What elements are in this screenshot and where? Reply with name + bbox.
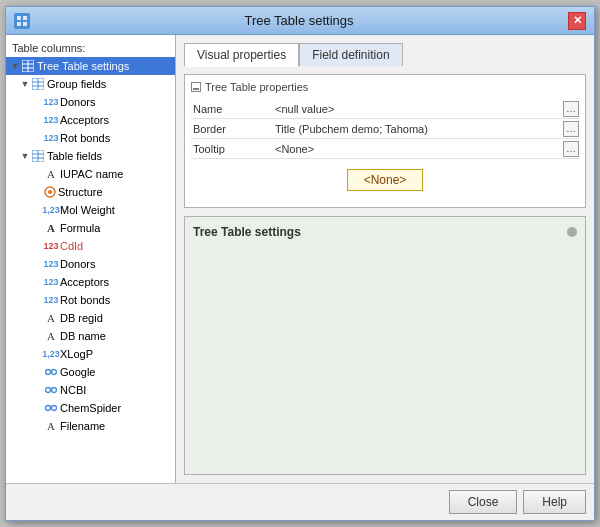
numred-icon: 123 — [44, 239, 58, 253]
structure-icon — [44, 186, 56, 198]
sidebar-item-filename[interactable]: A Filename — [6, 417, 175, 435]
prop-label-tooltip: Tooltip — [191, 143, 271, 155]
grid-icon — [31, 149, 45, 163]
sidebar-item-label: Donors — [60, 258, 95, 270]
sidebar-item-db-name[interactable]: A DB name — [6, 327, 175, 345]
prop-browse-button[interactable]: … — [563, 121, 579, 137]
app-icon — [14, 13, 30, 29]
sidebar-item-tree-table-settings[interactable]: ▼ Tree Table settings — [6, 57, 175, 75]
sidebar-item-mol-weight[interactable]: 1,23 Mol Weight — [6, 201, 175, 219]
text-icon: A — [44, 419, 58, 433]
window-title: Tree Table settings — [30, 13, 568, 28]
none-button[interactable]: <None> — [347, 169, 424, 191]
sidebar-item-structure[interactable]: Structure — [6, 183, 175, 201]
svg-point-18 — [46, 370, 51, 375]
properties-table: Name <null value> … Border Title (Pubche… — [191, 99, 579, 159]
main-window: Tree Table settings ✕ Table columns: ▼ T… — [5, 6, 595, 521]
close-button[interactable]: Close — [449, 490, 518, 514]
right-panel: Visual properties Field definition Tree … — [176, 35, 594, 483]
sidebar-item-label: DB name — [60, 330, 106, 342]
sidebar-item-label: XLogP — [60, 348, 93, 360]
svg-point-17 — [48, 190, 52, 194]
sidebar-item-formula[interactable]: A Formula — [6, 219, 175, 237]
prop-row-name: Name <null value> … — [191, 99, 579, 119]
sidebar-item-iupac-name[interactable]: A IUPAC name — [6, 165, 175, 183]
sidebar-item-label: ChemSpider — [60, 402, 121, 414]
bottom-section: Tree Table settings — [184, 216, 586, 475]
prop-label-border: Border — [191, 123, 271, 135]
sidebar-item-google[interactable]: Google — [6, 363, 175, 381]
prop-value-name: <null value> — [271, 99, 563, 118]
status-dot — [567, 227, 577, 237]
prop-value-text: Title (Pubchem demo; Tahoma) — [275, 123, 428, 135]
number-icon: 123 — [44, 257, 58, 271]
sidebar-item-label: Acceptors — [60, 114, 109, 126]
expand-icon: ▼ — [20, 79, 30, 89]
tab-visual-properties[interactable]: Visual properties — [184, 43, 299, 67]
sidebar-item-label: Rot bonds — [60, 132, 110, 144]
left-panel: Table columns: ▼ Tree Table settings ▼ — [6, 35, 176, 483]
sidebar-item-label: DB regid — [60, 312, 103, 324]
sidebar-item-label: Acceptors — [60, 276, 109, 288]
sidebar-item-acceptors2[interactable]: 123 Acceptors — [6, 273, 175, 291]
props-section-title: Tree Table properties — [205, 81, 308, 93]
sidebar-item-db-regid[interactable]: A DB regid — [6, 309, 175, 327]
sidebar-item-donors2[interactable]: 123 Donors — [6, 255, 175, 273]
text-icon: A — [44, 329, 58, 343]
sidebar-item-group-fields[interactable]: ▼ Group fields — [6, 75, 175, 93]
prop-value-border: Title (Pubchem demo; Tahoma) — [271, 119, 563, 138]
prop-browse-button[interactable]: … — [563, 141, 579, 157]
sidebar-item-ncbi[interactable]: NCBI — [6, 381, 175, 399]
sidebar-item-label: Structure — [58, 186, 103, 198]
sidebar-item-acceptors[interactable]: 123 Acceptors — [6, 111, 175, 129]
svg-point-19 — [52, 370, 57, 375]
sidebar-item-label: Table fields — [47, 150, 102, 162]
sidebar-item-label: CdId — [60, 240, 83, 252]
sidebar-item-xlogp[interactable]: 1,23 XLogP — [6, 345, 175, 363]
prop-label-name: Name — [191, 103, 271, 115]
sidebar-item-rot-bonds2[interactable]: 123 Rot bonds — [6, 291, 175, 309]
sidebar-item-label: Rot bonds — [60, 294, 110, 306]
number-icon: 123 — [44, 131, 58, 145]
sidebar-item-chemspider[interactable]: ChemSpider — [6, 399, 175, 417]
prop-value-tooltip: <None> — [271, 139, 563, 158]
sidebar-item-table-fields[interactable]: ▼ Table fields — [6, 147, 175, 165]
tab-content: Tree Table properties Name <null value> … — [184, 74, 586, 208]
footer: Close Help — [6, 483, 594, 520]
chain-icon — [44, 383, 58, 397]
expand-icon: ▼ — [10, 61, 20, 71]
sidebar-item-label: Google — [60, 366, 95, 378]
expand-icon: ▼ — [20, 151, 30, 161]
number-icon: 123 — [44, 275, 58, 289]
content-area: Table columns: ▼ Tree Table settings ▼ — [6, 35, 594, 483]
prop-browse-button[interactable]: … — [563, 101, 579, 117]
svg-point-21 — [46, 388, 51, 393]
molnum-icon: 1,23 — [44, 203, 58, 217]
prop-value-text: <null value> — [275, 103, 334, 115]
sidebar-item-label: Mol Weight — [60, 204, 115, 216]
bottom-title: Tree Table settings — [193, 225, 301, 239]
help-button[interactable]: Help — [523, 490, 586, 514]
chain-icon — [44, 401, 58, 415]
sidebar-item-cdid[interactable]: 123 CdId — [6, 237, 175, 255]
tab-field-definition[interactable]: Field definition — [299, 43, 402, 66]
svg-rect-0 — [17, 16, 21, 20]
table-columns-header: Table columns: — [6, 39, 175, 57]
sidebar-item-label: Filename — [60, 420, 105, 432]
sidebar-item-label: NCBI — [60, 384, 86, 396]
prop-value-text: <None> — [275, 143, 314, 155]
sidebar-item-rot-bonds[interactable]: 123 Rot bonds — [6, 129, 175, 147]
chain-icon — [44, 365, 58, 379]
svg-rect-3 — [23, 22, 27, 26]
close-icon[interactable]: ✕ — [568, 12, 586, 30]
sidebar-item-label: Tree Table settings — [37, 60, 129, 72]
grid-icon — [31, 77, 45, 91]
svg-rect-1 — [23, 16, 27, 20]
sidebar-item-donors[interactable]: 123 Donors — [6, 93, 175, 111]
collapse-icon[interactable] — [191, 82, 201, 92]
number-icon: 123 — [44, 95, 58, 109]
text-icon: A — [44, 311, 58, 325]
prop-row-border: Border Title (Pubchem demo; Tahoma) … — [191, 119, 579, 139]
formula-icon: A — [44, 221, 58, 235]
sidebar-item-label: Donors — [60, 96, 95, 108]
